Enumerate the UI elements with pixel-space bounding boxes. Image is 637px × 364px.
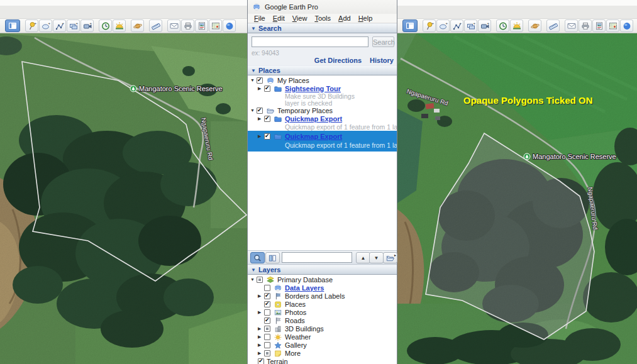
menu-view[interactable]: View [289, 14, 311, 22]
checkbox[interactable] [264, 116, 270, 122]
checkbox[interactable] [264, 85, 270, 92]
checkbox[interactable] [264, 317, 270, 324]
planets-button[interactable] [528, 19, 541, 32]
menu-help[interactable]: Help [355, 14, 377, 22]
checkbox[interactable] [257, 77, 263, 84]
places-search-mode-button[interactable] [250, 252, 265, 263]
tree-label[interactable]: Terrain [267, 358, 288, 364]
expander-icon[interactable]: ▼ [250, 108, 257, 113]
layer-row-borders-labels[interactable]: ▶ Borders and Labels [248, 292, 397, 300]
save-to-places-button[interactable]: ▸ [383, 252, 397, 263]
checkbox[interactable] [264, 301, 270, 307]
checkbox[interactable] [257, 277, 263, 283]
add-image-overlay-button[interactable] [464, 19, 477, 32]
expander-icon[interactable]: ▶ [258, 351, 264, 356]
tree-label[interactable]: Places [285, 301, 306, 308]
tree-label[interactable]: Weather [285, 333, 311, 341]
tree-row-quickmap-export-1[interactable]: ▶ Quickmap Export [248, 114, 397, 123]
layer-row-roads[interactable]: Roads [248, 316, 397, 324]
globe-button[interactable] [223, 19, 236, 32]
search-input[interactable] [252, 36, 368, 47]
tree-label[interactable]: Temporary Places [277, 107, 333, 114]
places-view-mode-button[interactable] [265, 252, 280, 263]
checkbox[interactable] [264, 309, 270, 316]
tree-label[interactable]: Borders and Labels [285, 292, 345, 300]
view-in-google-maps-button[interactable] [209, 19, 222, 32]
tree-row-quickmap-export-2-selected[interactable]: ▶ Quickmap Export [248, 132, 397, 140]
menu-edit[interactable]: Edit [269, 14, 289, 22]
sunlight-button[interactable] [113, 19, 126, 32]
historical-imagery-button[interactable] [496, 19, 509, 32]
tree-label[interactable]: More [285, 350, 301, 357]
add-path-button[interactable] [53, 19, 66, 32]
tree-row-my-places[interactable]: ▼ My Places [248, 76, 397, 84]
search-panel-header[interactable]: ▼ Search [248, 23, 397, 33]
expander-icon[interactable]: ▼ [250, 277, 257, 282]
record-tour-button[interactable] [80, 19, 94, 32]
selected-place-block[interactable]: ▶ Quickmap Export Quickmap export of 1 f… [248, 131, 397, 152]
history-link[interactable]: History [370, 57, 394, 64]
add-polygon-button[interactable] [39, 19, 52, 32]
checkbox[interactable] [264, 334, 270, 340]
print-button[interactable] [181, 19, 194, 32]
expander-icon[interactable]: ▶ [258, 116, 264, 121]
ruler-button[interactable] [546, 19, 560, 32]
historical-imagery-button[interactable] [99, 19, 112, 32]
globe-button[interactable] [620, 19, 633, 32]
menu-add[interactable]: Add [335, 14, 355, 22]
layer-row-more[interactable]: ▶ More [248, 349, 397, 357]
tree-row-sightseeing-tour[interactable]: ▶ Sightseeing Tour [248, 84, 397, 92]
map-viewport-right[interactable]: Ngapaeruru Rd Opaque Polygons Ticked ON … [397, 33, 637, 364]
checkbox[interactable] [264, 285, 270, 291]
tree-label[interactable]: Roads [285, 317, 305, 324]
save-image-button[interactable] [592, 19, 606, 32]
tree-link[interactable]: Quickmap Export [285, 115, 342, 123]
checkbox[interactable] [258, 358, 264, 364]
add-placemark-button[interactable] [25, 19, 38, 32]
reserve-placemark-right[interactable] [524, 153, 530, 160]
tree-row-temporary-places[interactable]: ▼ Temporary Places [248, 106, 397, 114]
add-image-overlay-button[interactable] [67, 19, 80, 32]
layer-row-3d-buildings[interactable]: ▶ 3D Buildings [248, 324, 397, 333]
places-panel-header[interactable]: ▼ Places [248, 65, 397, 75]
layer-row-places[interactable]: Places [248, 300, 397, 308]
expander-icon[interactable]: ▶ [258, 326, 264, 331]
layer-row-gallery[interactable]: ▶ Gallery [248, 341, 397, 349]
layer-row-photos[interactable]: ▶ Photos [248, 308, 397, 316]
next-result-button[interactable]: ▼ [369, 252, 384, 263]
email-button[interactable] [167, 19, 180, 32]
add-path-button[interactable] [450, 19, 463, 32]
search-button[interactable]: Search [372, 36, 394, 47]
checkbox[interactable] [264, 350, 270, 356]
reserve-placemark-left[interactable] [130, 85, 136, 92]
expander-icon[interactable]: ▶ [258, 334, 264, 339]
layer-row-terrain[interactable]: Terrain [248, 357, 397, 364]
planets-button[interactable] [131, 19, 144, 32]
record-tour-button[interactable] [478, 19, 491, 32]
places-filter-input[interactable] [282, 252, 352, 263]
checkbox[interactable] [264, 293, 270, 299]
add-polygon-button[interactable] [436, 19, 450, 32]
print-button[interactable] [579, 19, 592, 32]
tree-link[interactable]: Sightseeing Tour [285, 85, 341, 92]
expander-icon[interactable]: ▼ [250, 78, 257, 82]
checkbox[interactable] [264, 342, 270, 348]
view-in-google-maps-button[interactable] [606, 19, 619, 32]
expander-icon[interactable]: ▶ [258, 134, 264, 139]
sidebar-toggle-button[interactable] [402, 19, 418, 32]
sidebar-toggle-button[interactable] [5, 19, 20, 32]
layers-panel-header[interactable]: ▼ Layers [248, 265, 397, 275]
tree-label[interactable]: Photos [285, 309, 306, 316]
tree-label[interactable]: My Places [277, 77, 309, 84]
ruler-button[interactable] [149, 19, 162, 32]
layer-row-primary-database[interactable]: ▼ Primary Database [248, 275, 397, 284]
layer-row-weather[interactable]: ▶ Weather [248, 333, 397, 341]
tree-link[interactable]: Quickmap Export [285, 133, 342, 140]
checkbox[interactable] [264, 326, 270, 332]
add-placemark-button[interactable] [423, 19, 436, 32]
expander-icon[interactable]: ▶ [258, 86, 264, 91]
tree-link[interactable]: Data Layers [285, 284, 324, 292]
expander-icon[interactable]: ▶ [258, 294, 264, 299]
expander-icon[interactable]: ▶ [258, 310, 264, 315]
save-image-button[interactable] [195, 19, 208, 32]
